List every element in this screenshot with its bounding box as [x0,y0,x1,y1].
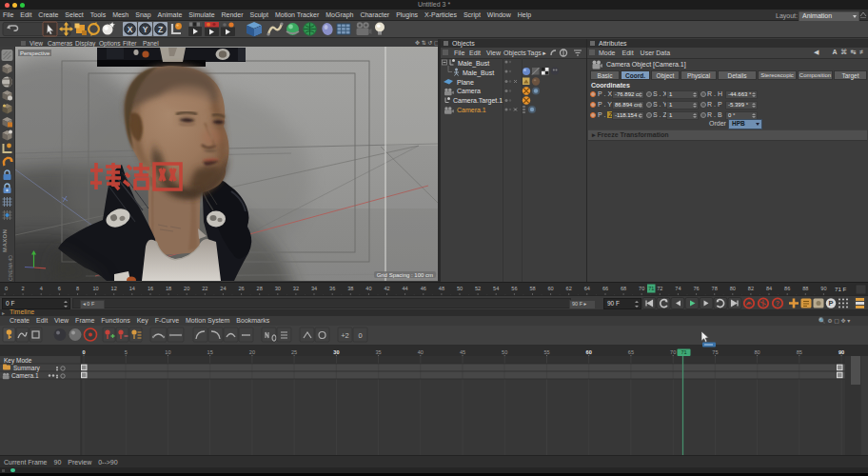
svg-text:26: 26 [238,286,244,291]
svg-text:0: 0 [82,349,85,355]
svg-text:42: 42 [384,286,389,291]
svg-text:0: 0 [358,331,362,340]
svg-text:35: 35 [375,349,381,355]
svg-text:88: 88 [802,286,808,291]
svg-text:6: 6 [58,286,61,291]
svg-text:Summary: Summary [13,365,41,372]
svg-text:55: 55 [543,349,549,355]
svg-text:74: 74 [675,286,681,291]
svg-text:82: 82 [748,286,754,291]
svg-text:78: 78 [712,286,718,291]
svg-text:20: 20 [184,286,189,291]
svg-text:P: P [828,299,833,307]
svg-text:90: 90 [820,286,826,291]
svg-text:76: 76 [693,286,699,291]
svg-text:40: 40 [365,286,371,291]
svg-text:Camera.1: Camera.1 [11,372,39,379]
svg-text:54: 54 [493,286,499,291]
svg-text:36: 36 [329,286,335,291]
svg-text:71: 71 [648,286,654,291]
svg-text:38: 38 [347,286,353,291]
svg-text:X: X [128,25,133,34]
svg-text:CINEMA 4D: CINEMA 4D [8,255,13,281]
svg-text:45: 45 [460,349,465,355]
svg-text:66: 66 [602,286,608,291]
svg-text:32: 32 [293,286,299,291]
svg-text:25: 25 [291,349,297,355]
svg-text:64: 64 [584,286,590,291]
svg-text:15: 15 [207,349,213,355]
svg-text:44: 44 [402,286,407,291]
svg-text:60: 60 [586,349,592,355]
svg-text:2: 2 [22,286,25,291]
svg-text:Camera.Target.1: Camera.Target.1 [453,97,503,105]
svg-text:4: 4 [40,286,43,291]
svg-text:Male_Bust: Male_Bust [458,60,489,68]
svg-text:70: 70 [639,286,644,291]
svg-text:22: 22 [202,286,207,291]
svg-text:56: 56 [511,286,517,291]
svg-text:52: 52 [475,286,481,291]
svg-text:+2: +2 [341,331,349,340]
svg-text:10: 10 [92,286,98,291]
svg-text:50: 50 [457,286,463,291]
svg-text:Key Mode: Key Mode [4,357,32,365]
svg-text:28: 28 [257,286,263,291]
svg-text:50: 50 [502,349,507,355]
svg-text:14: 14 [129,286,135,291]
svg-text:58: 58 [529,286,535,291]
svg-text:71: 71 [681,349,686,355]
svg-text:0: 0 [5,286,8,291]
svg-text:34: 34 [311,286,317,291]
svg-text:12: 12 [111,286,117,291]
svg-text:30: 30 [275,286,281,291]
svg-text:24: 24 [220,286,226,291]
svg-text:90: 90 [838,349,844,355]
svg-text:46: 46 [421,286,426,291]
svg-text:65: 65 [628,349,634,355]
svg-text:60: 60 [547,286,553,291]
svg-text:48: 48 [439,286,444,291]
svg-text:80: 80 [730,286,736,291]
svg-text:86: 86 [784,286,790,291]
svg-text:Z: Z [158,25,163,34]
svg-text:MAXON: MAXON [2,229,8,252]
svg-text:?: ? [776,300,779,307]
svg-text:85: 85 [797,349,802,355]
svg-text:Plane: Plane [457,79,474,86]
svg-text:70: 70 [670,349,676,355]
svg-text:71 F: 71 F [835,286,847,292]
svg-text:Male_Bust: Male_Bust [463,69,494,77]
svg-text:62: 62 [566,286,572,291]
svg-text:30: 30 [333,349,339,355]
svg-text:8: 8 [76,286,79,291]
svg-text:Y: Y [143,25,148,34]
svg-text:40: 40 [418,349,424,355]
svg-text:Camera: Camera [457,88,481,94]
svg-text:18: 18 [166,286,171,291]
svg-text:68: 68 [621,286,626,291]
svg-text:10: 10 [165,349,170,355]
svg-text:80: 80 [754,349,760,355]
svg-text:84: 84 [766,286,772,291]
svg-text:Camera.1: Camera.1 [457,107,486,113]
svg-text:20: 20 [249,349,255,355]
svg-text:16: 16 [148,286,153,291]
svg-text:72: 72 [657,286,662,291]
svg-text:5: 5 [125,349,128,355]
